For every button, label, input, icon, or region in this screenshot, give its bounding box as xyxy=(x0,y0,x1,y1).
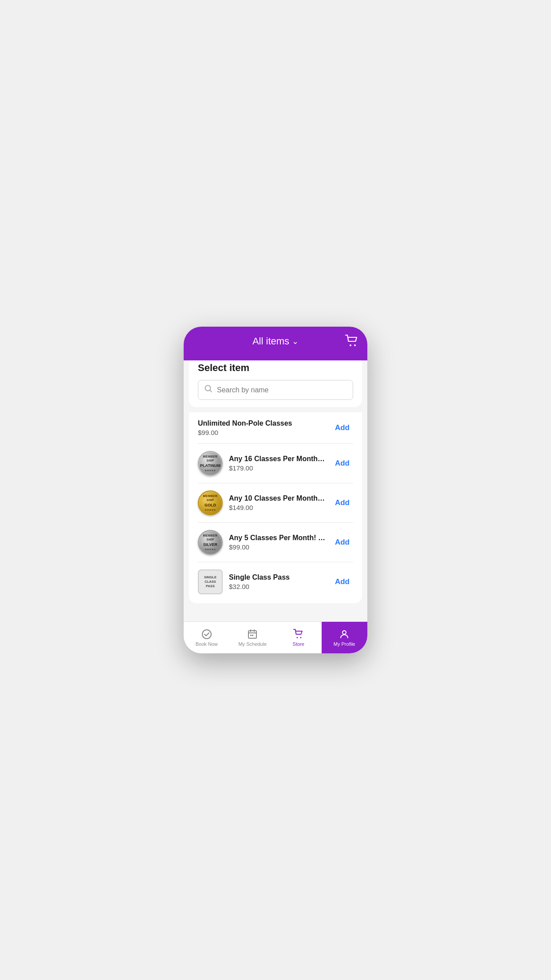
nav-label-store: Store xyxy=(293,641,304,647)
gold-badge: MEMBERSHIP GOLD ★★★★★ xyxy=(198,490,223,515)
nav-item-my-schedule[interactable]: My Schedule xyxy=(230,622,276,653)
list-item: MEMBERSHIP PLATINUM ★★★★★ Any 16 Classes… xyxy=(198,444,353,483)
header-title[interactable]: All items ⌄ xyxy=(252,336,299,347)
item-name: Single Class Pass xyxy=(229,573,325,581)
list-item: MEMBERSHIP GOLD ★★★★★ Any 10 Classes Per… xyxy=(198,483,353,523)
all-items-label: All items xyxy=(252,336,289,347)
add-button[interactable]: Add xyxy=(331,576,353,588)
item-info: Unlimited Non-Pole Classes $99.00 xyxy=(198,419,325,436)
item-name: Any 16 Classes Per Month! No C... xyxy=(229,455,325,463)
store-cart-icon xyxy=(293,629,304,640)
search-icon xyxy=(205,385,213,395)
item-name: Unlimited Non-Pole Classes xyxy=(198,419,325,427)
svg-point-3 xyxy=(202,630,211,639)
nav-label-my-schedule: My Schedule xyxy=(238,641,267,647)
single-badge: SINGLECLASSPASS xyxy=(198,569,223,594)
cart-icon[interactable] xyxy=(345,335,358,350)
svg-point-0 xyxy=(350,344,351,346)
platinum-badge: MEMBERSHIP PLATINUM ★★★★★ xyxy=(198,451,223,476)
chevron-down-icon: ⌄ xyxy=(292,336,299,346)
svg-point-7 xyxy=(296,637,298,638)
nav-item-book-now[interactable]: Book Now xyxy=(184,622,230,653)
list-item: Unlimited Non-Pole Classes $99.00 Add xyxy=(198,412,353,444)
item-price: $149.00 xyxy=(229,504,325,511)
svg-rect-5 xyxy=(250,635,252,636)
bottom-nav: Book Now My Schedule Store xyxy=(184,621,367,653)
list-item: MEMBERSHIP SILVER ★★★★★ Any 5 Classes Pe… xyxy=(198,523,353,562)
nav-label-my-profile: My Profile xyxy=(334,641,355,647)
nav-label-book-now: Book Now xyxy=(196,641,218,647)
silver-badge: MEMBERSHIP SILVER ★★★★★ xyxy=(198,530,223,555)
badge-inner: MEMBERSHIP PLATINUM ★★★★★ xyxy=(200,454,220,472)
add-button[interactable]: Add xyxy=(331,422,353,434)
search-box[interactable] xyxy=(198,380,353,400)
item-info: Any 16 Classes Per Month! No C... $179.0… xyxy=(229,455,325,472)
person-icon xyxy=(339,629,350,640)
content-area: Select item Unlimited Non-Pole Classes $… xyxy=(184,360,367,621)
check-circle-icon xyxy=(201,629,212,640)
calendar-icon xyxy=(247,629,258,640)
badge-inner: MEMBERSHIP SILVER ★★★★★ xyxy=(203,533,218,551)
svg-point-9 xyxy=(342,631,346,634)
badge-inner: MEMBERSHIP GOLD ★★★★★ xyxy=(203,494,218,512)
add-button[interactable]: Add xyxy=(331,536,353,549)
list-item: SINGLECLASSPASS Single Class Pass $32.00… xyxy=(198,562,353,603)
item-price: $99.00 xyxy=(198,429,325,436)
svg-rect-6 xyxy=(252,635,253,636)
item-info: Any 5 Classes Per Month! No Co... $99.00 xyxy=(229,534,325,551)
add-button[interactable]: Add xyxy=(331,457,353,470)
item-name: Any 10 Classes Per Month! No C... xyxy=(229,494,325,502)
svg-rect-4 xyxy=(248,631,256,638)
header: All items ⌄ xyxy=(184,327,367,360)
item-info: Any 10 Classes Per Month! No C... $149.0… xyxy=(229,494,325,511)
badge-inner: SINGLECLASSPASS xyxy=(204,575,216,588)
item-name: Any 5 Classes Per Month! No Co... xyxy=(229,534,325,542)
svg-point-8 xyxy=(300,637,301,638)
cart-svg xyxy=(345,335,358,347)
nav-item-store[interactable]: Store xyxy=(276,622,322,653)
nav-item-my-profile[interactable]: My Profile xyxy=(322,622,368,653)
search-input[interactable] xyxy=(217,386,346,394)
card-title: Select item xyxy=(198,362,353,374)
add-button[interactable]: Add xyxy=(331,497,353,509)
items-list: Unlimited Non-Pole Classes $99.00 Add ME… xyxy=(189,412,362,603)
svg-point-1 xyxy=(354,344,356,346)
item-price: $99.00 xyxy=(229,543,325,551)
select-item-card: Select item xyxy=(189,360,362,407)
item-info: Single Class Pass $32.00 xyxy=(229,573,325,590)
item-price: $32.00 xyxy=(229,583,325,590)
item-price: $179.00 xyxy=(229,464,325,472)
